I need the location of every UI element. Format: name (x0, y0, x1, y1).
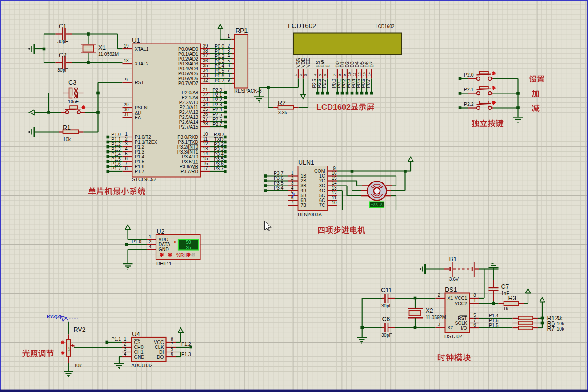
svg-text:30: 30 (124, 107, 129, 112)
svg-text:15: 15 (203, 156, 208, 161)
svg-text:2: 2 (438, 293, 440, 298)
svg-text:6: 6 (125, 156, 128, 161)
svg-text:1: 1 (294, 74, 298, 76)
svg-text:3: 3 (228, 48, 230, 53)
svg-text:23: 23 (203, 97, 208, 102)
svg-text:EA: EA (135, 115, 141, 120)
svg-text:37: 37 (203, 53, 208, 58)
svg-text:D7: D7 (369, 61, 374, 68)
svg-text:25: 25 (203, 107, 208, 112)
svg-text:29: 29 (124, 102, 129, 107)
svg-text:ADC0832: ADC0832 (132, 363, 153, 368)
svg-text:U4: U4 (132, 331, 140, 338)
svg-text:+88.8: +88.8 (371, 203, 383, 207)
svg-text:8: 8 (228, 73, 230, 78)
svg-text:DO: DO (157, 354, 164, 360)
svg-text:19: 19 (124, 44, 129, 48)
svg-text:DS1: DS1 (445, 286, 457, 293)
svg-text:3: 3 (304, 74, 308, 76)
svg-text:4: 4 (125, 146, 128, 151)
svg-text:10k: 10k (557, 321, 565, 326)
svg-text:X1: X1 (448, 295, 453, 301)
svg-text:P0.4: P0.4 (351, 78, 356, 88)
svg-text:50: 50 (186, 239, 191, 245)
svg-text:26: 26 (203, 112, 208, 117)
svg-text:10uF: 10uF (68, 99, 79, 104)
svg-text:35: 35 (203, 63, 208, 68)
svg-text:GND: GND (134, 354, 145, 360)
svg-text:13: 13 (332, 186, 337, 190)
svg-text:P0.3: P0.3 (346, 78, 351, 88)
svg-text:30pF: 30pF (381, 303, 392, 308)
svg-text:6: 6 (323, 74, 327, 76)
svg-text:10: 10 (332, 200, 337, 205)
svg-text:2: 2 (228, 44, 230, 48)
svg-text:1: 1 (124, 337, 127, 342)
svg-text:P1.2: P1.2 (181, 341, 191, 347)
svg-text:30pF: 30pF (381, 332, 392, 338)
svg-text:9: 9 (125, 77, 128, 82)
svg-text:16: 16 (203, 161, 208, 166)
svg-text:P2.5: P2.5 (312, 78, 317, 88)
svg-text:2: 2 (291, 176, 294, 181)
svg-text:12: 12 (332, 190, 337, 195)
svg-text:RST: RST (135, 80, 144, 85)
svg-text:1: 1 (125, 132, 128, 137)
svg-text:16: 16 (332, 171, 337, 176)
svg-text:2: 2 (124, 342, 127, 347)
svg-text:P3.7: P3.7 (214, 166, 224, 171)
svg-text:33: 33 (203, 73, 208, 78)
svg-text:P1.3: P1.3 (181, 352, 191, 357)
svg-text:5: 5 (318, 74, 322, 76)
svg-text:3.3k: 3.3k (278, 110, 288, 115)
svg-text:ULN1: ULN1 (298, 159, 314, 166)
svg-text:LCD1602: LCD1602 (288, 22, 316, 29)
svg-text:8: 8 (125, 166, 128, 171)
svg-text:4: 4 (291, 186, 294, 190)
svg-text:31: 31 (124, 112, 129, 117)
svg-text:10: 10 (348, 72, 352, 76)
svg-text:3: 3 (125, 141, 128, 146)
svg-text:1: 1 (149, 234, 152, 239)
svg-text:1k: 1k (557, 315, 563, 321)
svg-text:12: 12 (203, 141, 208, 146)
svg-text:3: 3 (291, 181, 294, 186)
svg-text:14: 14 (367, 72, 371, 76)
svg-text:1: 1 (291, 171, 294, 176)
svg-text:36: 36 (203, 58, 208, 63)
svg-text:7B: 7B (301, 202, 307, 208)
svg-text:C6: C6 (382, 315, 390, 323)
svg-text:P0.7/AD7: P0.7/AD7 (178, 81, 198, 86)
svg-text:11.0592M: 11.0592M (98, 51, 119, 57)
svg-text:C3: C3 (68, 79, 76, 86)
svg-text:12: 12 (357, 72, 361, 76)
svg-text:10: 10 (203, 132, 208, 137)
svg-text:DS1302: DS1302 (444, 334, 462, 339)
svg-text:X2: X2 (448, 325, 453, 330)
svg-text:6: 6 (228, 63, 230, 68)
svg-text:P2.2: P2.2 (464, 101, 474, 107)
svg-text:74%: 74% (68, 347, 71, 353)
svg-text:P2.6: P2.6 (317, 78, 322, 88)
svg-text:11.0592M: 11.0592M (426, 315, 446, 320)
svg-text:P2.7/A15: P2.7/A15 (179, 124, 198, 129)
svg-text:P2.0: P2.0 (464, 72, 474, 77)
svg-text:P3.7/RD: P3.7/RD (180, 169, 198, 174)
svg-text:6: 6 (473, 323, 476, 327)
svg-text:7: 7 (125, 161, 128, 166)
svg-text:2: 2 (149, 239, 152, 244)
svg-text:24: 24 (203, 102, 208, 107)
svg-text:%RH: %RH (176, 253, 187, 258)
svg-text:R7: R7 (547, 325, 555, 332)
svg-text:5: 5 (171, 347, 173, 352)
svg-text:U2: U2 (157, 228, 165, 235)
svg-text:39: 39 (203, 44, 208, 48)
svg-text:1: 1 (473, 298, 476, 303)
svg-text:4: 4 (313, 74, 317, 76)
svg-text:10k: 10k (63, 137, 71, 142)
svg-text:1: 1 (228, 34, 230, 39)
svg-text:14: 14 (332, 181, 337, 186)
svg-text:7: 7 (473, 318, 476, 323)
svg-text:STC89C52: STC89C52 (132, 177, 156, 182)
svg-text:17: 17 (203, 166, 208, 171)
